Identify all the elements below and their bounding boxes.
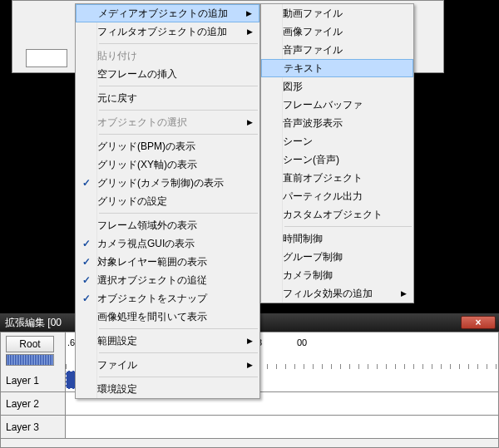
- menu-item[interactable]: ✓対象レイヤー範囲の表示: [76, 253, 259, 271]
- menu-item[interactable]: フィルタオブジェクトの追加▶: [76, 22, 259, 41]
- menu-item[interactable]: パーティクル出力: [261, 187, 413, 205]
- menu-item-label: グリッド(XY軸)の表示: [97, 158, 241, 172]
- checkmark-icon: ✓: [76, 177, 97, 189]
- menu-item-label: カスタムオブジェクト: [283, 208, 395, 222]
- submenu-arrow-icon: ▶: [401, 289, 407, 298]
- menu-item-label: 図形: [283, 80, 395, 94]
- menu-item[interactable]: グリッド(XY軸)の表示: [76, 155, 259, 174]
- menu-item[interactable]: ✓オブジェクトをスナップ: [76, 289, 259, 308]
- menu-item: オブジェクトの選択▶: [76, 113, 259, 131]
- menu-item[interactable]: ファイル▶: [76, 356, 259, 374]
- submenu-arrow-icon: ▶: [247, 27, 253, 36]
- menu-item-label: テキスト: [284, 62, 394, 76]
- menu-separator: [99, 352, 258, 353]
- menu-item[interactable]: 音声ファイル: [261, 41, 413, 59]
- zoom-ruler[interactable]: [6, 354, 54, 366]
- menu-item-label: フレームバッファ: [283, 98, 395, 112]
- menu-separator: [99, 134, 258, 135]
- menu-item[interactable]: カスタムオブジェクト: [261, 205, 413, 224]
- layer-track[interactable]: [66, 416, 498, 438]
- menu-separator: [99, 328, 258, 329]
- menu-item-label: 環境設定: [97, 382, 241, 396]
- menu-item-label: グリッドの設定: [97, 194, 241, 209]
- menu-separator: [99, 377, 258, 377]
- menu-item[interactable]: 図形: [261, 77, 413, 96]
- menu-item-label: グリッド(カメラ制御)の表示: [97, 176, 241, 190]
- menu-item[interactable]: グリッド(BPM)の表示: [76, 137, 259, 155]
- context-menu-sub[interactable]: 動画ファイル画像ファイル音声ファイルテキスト図形フレームバッファ音声波形表示シー…: [260, 3, 414, 303]
- menu-item[interactable]: 直前オブジェクト: [261, 169, 413, 187]
- menu-item[interactable]: 時間制御: [261, 229, 413, 248]
- menu-separator: [99, 43, 258, 44]
- menu-item-label: 時間制御: [283, 232, 395, 246]
- layer-row[interactable]: Layer 3: [1, 416, 498, 439]
- layer-label[interactable]: Layer 2: [1, 392, 66, 415]
- menu-item[interactable]: 空フレームの挿入: [76, 65, 259, 83]
- menu-item-label: フィルタオブジェクトの追加: [97, 25, 241, 39]
- menu-item-label: 対象レイヤー範囲の表示: [97, 255, 241, 269]
- background-inner: [26, 49, 67, 67]
- menu-item-label: 画像ファイル: [283, 25, 395, 39]
- menu-item: 貼り付け: [76, 47, 259, 65]
- menu-item[interactable]: 環境設定: [76, 380, 259, 398]
- menu-item[interactable]: カメラ制御: [261, 266, 413, 284]
- menu-item[interactable]: ✓選択オブジェクトの追従: [76, 271, 259, 289]
- menu-item-label: グループ制御: [283, 250, 395, 264]
- checkmark-icon: ✓: [76, 274, 97, 286]
- menu-item-label: グリッド(BPM)の表示: [97, 140, 241, 154]
- menu-item-label: 動画ファイル: [283, 7, 395, 21]
- ruler-time: 00: [297, 337, 307, 347]
- menu-item[interactable]: グリッドの設定: [76, 192, 259, 210]
- menu-item-label: パーティクル出力: [283, 190, 395, 204]
- menu-separator: [284, 226, 412, 227]
- checkmark-icon: ✓: [76, 238, 97, 249]
- submenu-arrow-icon: ▶: [247, 361, 253, 369]
- submenu-arrow-icon: ▶: [246, 9, 252, 17]
- root-label: Root: [19, 338, 40, 350]
- menu-item-label: フレーム領域外の表示: [97, 219, 241, 233]
- menu-item[interactable]: 画像ファイル: [261, 22, 413, 41]
- menu-item[interactable]: シーン(音声): [261, 150, 413, 169]
- menu-item[interactable]: ✓グリッド(カメラ制御)の表示: [76, 174, 259, 192]
- menu-item-label: 音声ファイル: [283, 43, 395, 57]
- menu-item[interactable]: 画像処理を間引いて表示: [76, 308, 259, 326]
- menu-item-label: オブジェクトの選択: [97, 116, 241, 130]
- menu-item-label: ファイル: [97, 358, 241, 372]
- menu-item-label: カメラ視点GUIの表示: [97, 237, 241, 251]
- menu-item[interactable]: フレーム領域外の表示: [76, 216, 259, 234]
- layer-label[interactable]: Layer 3: [1, 416, 66, 438]
- menu-separator: [99, 213, 258, 214]
- menu-item[interactable]: フレームバッファ: [261, 96, 413, 114]
- menu-item-label: フィルタ効果の追加: [283, 287, 395, 301]
- timeline-root-cell: Root: [1, 332, 66, 369]
- close-button[interactable]: ×: [461, 316, 496, 329]
- root-button[interactable]: Root: [6, 336, 54, 352]
- menu-item[interactable]: 範囲設定▶: [76, 332, 259, 350]
- layer-label[interactable]: Layer 1: [1, 369, 66, 391]
- context-menu-main[interactable]: メディアオブジェクトの追加▶フィルタオブジェクトの追加▶貼り付け空フレームの挿入…: [75, 3, 260, 399]
- menu-item[interactable]: 音声波形表示: [261, 114, 413, 132]
- menu-item[interactable]: 動画ファイル: [261, 4, 413, 22]
- menu-item[interactable]: メディアオブジェクトの追加▶: [76, 4, 259, 22]
- checkmark-icon: ✓: [76, 256, 97, 268]
- menu-item[interactable]: ✓カメラ視点GUIの表示: [76, 234, 259, 253]
- menu-item[interactable]: シーン: [261, 132, 413, 150]
- menu-item-label: 選択オブジェクトの追従: [97, 273, 241, 288]
- menu-item[interactable]: フィルタ効果の追加▶: [261, 284, 413, 303]
- menu-item-label: オブジェクトをスナップ: [97, 292, 241, 306]
- menu-item[interactable]: グループ制御: [261, 248, 413, 266]
- menu-item-label: 画像処理を間引いて表示: [97, 310, 241, 324]
- menu-item-label: 範囲設定: [97, 334, 241, 348]
- menu-item-label: 元に戻す: [97, 91, 241, 106]
- menu-item-label: シーン(音声): [283, 153, 395, 167]
- menu-separator: [99, 86, 258, 86]
- menu-separator: [99, 110, 258, 111]
- menu-item-label: カメラ制御: [283, 268, 395, 283]
- menu-item-label: 空フレームの挿入: [97, 67, 241, 81]
- menu-item[interactable]: 元に戻す: [76, 89, 259, 107]
- menu-item-label: メディアオブジェクトの追加: [98, 7, 240, 21]
- submenu-arrow-icon: ▶: [247, 337, 253, 345]
- menu-item-label: 貼り付け: [97, 49, 241, 63]
- menu-item[interactable]: テキスト: [261, 59, 413, 77]
- checkmark-icon: ✓: [76, 293, 97, 304]
